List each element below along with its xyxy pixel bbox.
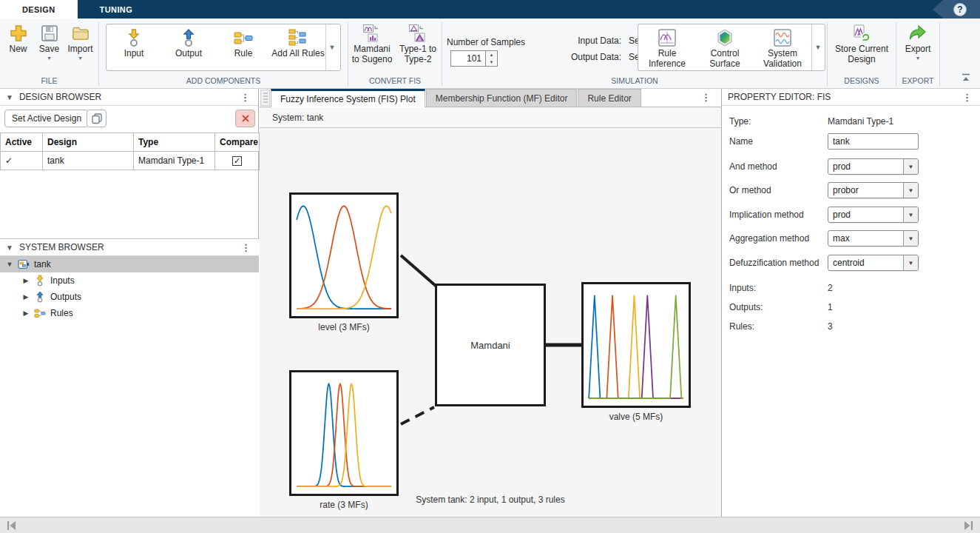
new-icon <box>9 24 28 43</box>
import-dropdown-caret: ▾ <box>78 56 81 61</box>
tab-design[interactable]: DESIGN <box>0 0 78 19</box>
tree-item-outputs[interactable]: ▶ Outputs <box>0 289 259 305</box>
control-surface-button[interactable]: Control Surface <box>696 24 754 70</box>
type1-to-type2-button[interactable]: Type-1 to Type-2 <box>395 19 441 76</box>
column-header-type[interactable]: Type <box>134 133 215 152</box>
document-tab-strip: Fuzzy Inference System (FIS) Plot Member… <box>260 89 721 107</box>
system-browser-menu-icon[interactable]: ⋮ <box>239 242 253 253</box>
property-row-implication: Implication method prod ▼ <box>729 207 974 223</box>
number-of-samples-spinner: ▲ ▼ <box>450 50 498 67</box>
name-field[interactable] <box>828 133 919 150</box>
expander-closed-icon[interactable]: ▶ <box>22 309 30 317</box>
tree-item-inputs[interactable]: ▶ Inputs <box>0 272 259 289</box>
rules-icon <box>34 307 46 319</box>
add-output-button[interactable]: Output <box>161 24 216 70</box>
document-grip-handle[interactable] <box>260 90 270 106</box>
collapse-chevron-icon[interactable]: ▼ <box>6 93 13 101</box>
mamdani-box[interactable]: Mamdani <box>435 284 546 406</box>
output-valve-box[interactable] <box>581 282 691 408</box>
system-validation-button[interactable]: System Validation <box>754 24 811 70</box>
rule-inference-button[interactable]: Rule Inference <box>638 24 696 70</box>
tab-fis-plot[interactable]: Fuzzy Inference System (FIS) Plot <box>271 89 425 107</box>
tab-rule-editor[interactable]: Rule Editor <box>578 89 641 107</box>
system-browser-title: SYSTEM BROWSER <box>19 242 104 252</box>
chevron-down-icon[interactable]: ▼ <box>903 207 918 222</box>
design-browser-menu-icon[interactable]: ⋮ <box>238 92 252 103</box>
tab-mf-editor[interactable]: Membership Function (MF) Editor <box>426 89 578 107</box>
compare-cell: ✓ <box>215 152 260 170</box>
chevron-down-icon[interactable]: ▼ <box>903 231 918 246</box>
tree-item-label: Rules <box>50 308 73 318</box>
set-active-design-button[interactable]: Set Active Design <box>4 110 89 127</box>
column-header-design[interactable]: Design <box>43 133 134 152</box>
simulation-gallery-dropdown[interactable]: ▼ <box>811 24 824 70</box>
input-rate-box[interactable] <box>289 370 399 496</box>
property-editor-menu-icon[interactable]: ⋮ <box>960 92 974 103</box>
left-panel: ▼ DESIGN BROWSER ⋮ Set Active Design Act… <box>0 89 259 517</box>
compare-checkbox[interactable]: ✓ <box>232 156 242 166</box>
and-method-dropdown[interactable]: prod ▼ <box>828 158 919 175</box>
export-button[interactable]: Export ▾ <box>899 19 937 76</box>
add-input-button[interactable]: Input <box>107 24 161 70</box>
add-rule-button[interactable]: Rule <box>216 24 271 70</box>
import-label: Import <box>67 44 92 55</box>
defuzzification-method-dropdown[interactable]: centroid ▼ <box>828 255 919 271</box>
save-button[interactable]: Save ▾ <box>34 19 65 76</box>
save-dropdown-caret: ▾ <box>47 56 50 61</box>
property-row-name: Name <box>729 133 974 150</box>
tree-item-rules[interactable]: ▶ Rules <box>0 305 259 321</box>
column-header-active[interactable]: Active <box>1 133 43 152</box>
input-level-label: level (3 MFs) <box>289 322 399 332</box>
property-editor-title: PROPERTY EDITOR: FIS <box>728 92 831 102</box>
column-header-compare[interactable]: Compare <box>215 133 260 152</box>
add-input-label: Input <box>124 49 144 59</box>
aggregation-method-label: Aggregation method <box>729 233 828 244</box>
new-button[interactable]: New <box>3 19 34 76</box>
spinner-down-button[interactable]: ▼ <box>486 58 497 66</box>
implication-method-label: Implication method <box>729 209 828 220</box>
add-components-gallery: Input Output Rule Add All Rules ▼ <box>106 24 341 71</box>
table-row[interactable]: ✓ tank Mamdani Type-1 ✓ <box>1 152 260 170</box>
copy-design-button[interactable] <box>87 110 107 127</box>
document-menu-icon[interactable]: ⋮ <box>701 92 711 103</box>
add-all-rules-label: Add All Rules <box>271 49 324 59</box>
output-data-label: Output Data: <box>553 52 621 62</box>
collapse-right-panel-button[interactable] <box>962 520 974 531</box>
add-components-gallery-dropdown[interactable]: ▼ <box>325 24 338 70</box>
import-button[interactable]: Import ▾ <box>65 19 96 76</box>
simulation-section-label: SIMULATION <box>442 76 827 88</box>
chevron-down-icon[interactable]: ▼ <box>903 255 918 270</box>
or-method-dropdown[interactable]: probor ▼ <box>828 182 919 198</box>
collapse-chevron-icon[interactable]: ▼ <box>6 244 13 252</box>
tree-item-tank[interactable]: ▼ tank <box>0 256 259 272</box>
section-file: New Save ▾ Import ▾ FILE <box>0 19 98 88</box>
spinner-up-button[interactable]: ▲ <box>486 51 497 58</box>
fis-plot-canvas: level (3 MFs) rate (3 MFs) Mamdani valve… <box>260 128 721 517</box>
expander-closed-icon[interactable]: ▶ <box>22 277 30 284</box>
document-panel: Fuzzy Inference System (FIS) Plot Member… <box>260 89 721 517</box>
help-button[interactable]: ? <box>953 3 967 16</box>
control-surface-icon <box>715 28 734 47</box>
export-dropdown-caret: ▾ <box>916 56 919 61</box>
mamdani-to-sugeno-button[interactable]: Mamdani to Sugeno <box>349 19 395 76</box>
store-current-design-button[interactable]: Store Current Design <box>828 19 896 76</box>
copy-icon <box>91 113 103 124</box>
add-all-rules-button[interactable]: Add All Rules <box>271 24 325 70</box>
chevron-down-icon[interactable]: ▼ <box>903 159 918 174</box>
tab-tuning[interactable]: TUNING <box>78 0 155 19</box>
chevron-down-icon[interactable]: ▼ <box>903 183 918 198</box>
implication-method-dropdown[interactable]: prod ▼ <box>828 207 919 223</box>
property-row-and-method: And method prod ▼ <box>729 158 974 175</box>
collapse-toolstrip-button[interactable] <box>961 73 971 82</box>
expander-closed-icon[interactable]: ▶ <box>22 293 30 301</box>
input-level-box[interactable] <box>289 192 399 318</box>
system-browser-header: ▼ SYSTEM BROWSER ⋮ <box>0 239 259 256</box>
number-of-samples-input[interactable] <box>450 50 486 67</box>
rule-inference-icon <box>658 28 677 47</box>
system-label: System: tank <box>260 107 721 128</box>
connector-level-mamdani <box>401 255 436 286</box>
expander-open-icon[interactable]: ▼ <box>6 261 13 268</box>
aggregation-method-dropdown[interactable]: max ▼ <box>828 230 919 247</box>
delete-design-button[interactable] <box>235 110 255 127</box>
collapse-left-panel-button[interactable] <box>6 520 18 531</box>
